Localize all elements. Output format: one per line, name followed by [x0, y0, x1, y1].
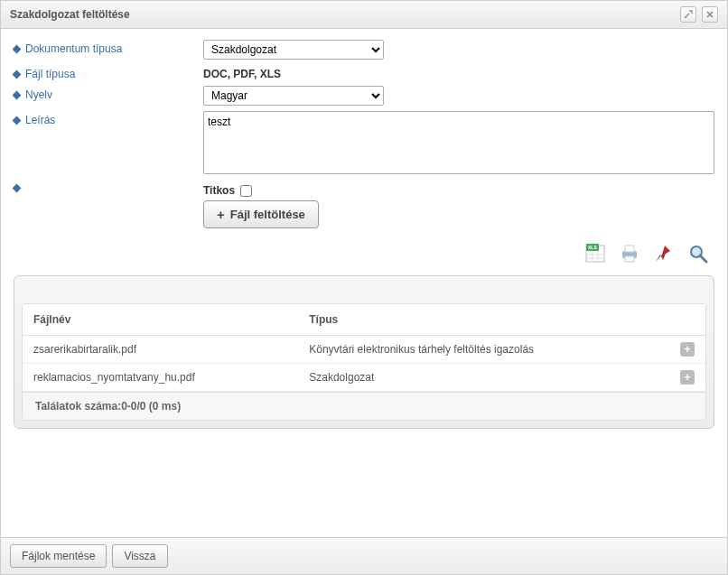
titlebar-actions: [680, 6, 718, 23]
expand-row-icon[interactable]: +: [680, 342, 695, 357]
bullet-icon: [13, 116, 22, 125]
table-row: zsarerikabirtaralik.pdf Könyvtári elektr…: [23, 336, 705, 364]
search-icon[interactable]: [686, 241, 711, 266]
bullet-icon: [13, 184, 22, 193]
row-description: Leírás: [14, 111, 714, 177]
upload-button[interactable]: + Fájl feltöltése: [203, 200, 319, 228]
secret-label: Titkos: [203, 184, 235, 197]
file-table: Fájlnév Típus zsarerikabirtaralik.pdf Kö…: [23, 304, 705, 392]
bullet-icon: [13, 44, 22, 53]
secret-checkbox[interactable]: [240, 185, 252, 197]
table-row: reklamacios_nyomtatvany_hu.pdf Szakdolgo…: [23, 364, 705, 392]
expand-row-icon[interactable]: +: [680, 370, 695, 385]
row-secret: Titkos + Fájl feltöltése: [14, 182, 714, 228]
titlebar: Szakdolgozat feltöltése: [1, 1, 727, 29]
label-empty: [14, 182, 203, 191]
cell-filename: zsarerikabirtaralik.pdf: [23, 336, 298, 364]
description-textarea[interactable]: [203, 111, 714, 174]
row-doc-type: Dokumentum típusa Szakdolgozat: [14, 40, 714, 60]
col-filename[interactable]: Fájlnév: [23, 304, 298, 336]
dialog: Szakdolgozat feltöltése Dokumentum típus…: [0, 0, 728, 575]
cell-type: Szakdolgozat: [298, 364, 669, 392]
table-footer: Találatok száma:0-0/0 (0 ms): [23, 392, 705, 420]
file-table-panel: Fájlnév Típus zsarerikabirtaralik.pdf Kö…: [14, 275, 714, 429]
svg-rect-9: [625, 256, 634, 262]
label-language: Nyelv: [14, 86, 203, 101]
print-icon[interactable]: [617, 241, 642, 266]
bullet-icon: [13, 70, 22, 79]
label-description: Leírás: [14, 111, 203, 126]
pin-icon[interactable]: [651, 241, 677, 266]
col-type[interactable]: Típus: [298, 304, 669, 336]
language-select[interactable]: Magyar: [203, 86, 384, 106]
maximize-icon[interactable]: [680, 6, 696, 23]
dialog-title: Szakdolgozat feltöltése: [10, 8, 130, 21]
row-file-type: Fájl típusa DOC, PDF, XLS: [14, 65, 714, 80]
buttonbar: Fájlok mentése Vissza: [1, 537, 727, 574]
table-toolbar: XLS: [14, 241, 711, 266]
file-type-value: DOC, PDF, XLS: [203, 65, 714, 80]
svg-text:XLS: XLS: [588, 245, 597, 250]
cell-type: Könyvtári elektronikus tárhely feltöltés…: [298, 336, 669, 364]
save-files-button[interactable]: Fájlok mentése: [10, 544, 107, 568]
plus-icon: +: [217, 207, 225, 222]
close-icon[interactable]: [702, 6, 718, 23]
svg-rect-8: [625, 246, 634, 252]
doc-type-select[interactable]: Szakdolgozat: [203, 40, 384, 60]
content: Dokumentum típusa Szakdolgozat Fájl típu…: [1, 29, 727, 537]
xls-export-icon[interactable]: XLS: [583, 241, 608, 266]
back-button[interactable]: Vissza: [112, 544, 167, 568]
bullet-icon: [13, 90, 22, 99]
row-language: Nyelv Magyar: [14, 86, 714, 106]
svg-line-11: [700, 255, 706, 262]
label-file-type: Fájl típusa: [14, 65, 203, 80]
label-doc-type: Dokumentum típusa: [14, 40, 203, 55]
cell-filename: reklamacios_nyomtatvany_hu.pdf: [23, 364, 298, 392]
